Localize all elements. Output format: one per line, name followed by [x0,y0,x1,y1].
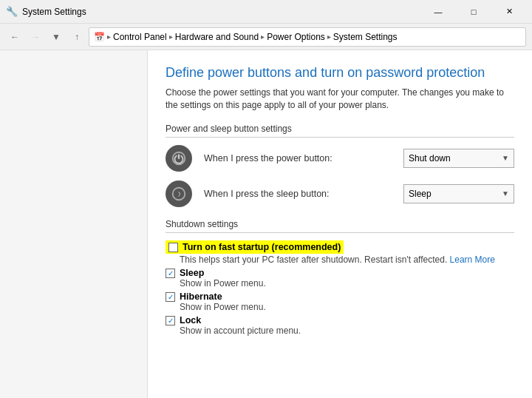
close-button[interactable]: ✕ [492,0,526,24]
sleep-label: Sleep [180,268,204,278]
breadcrumb-control-panel[interactable]: Control Panel [113,32,167,42]
hibernate-checkbox[interactable] [166,292,175,302]
section1-header: Power and sleep button settings [166,124,514,138]
power-button-label: When I press the power button: [204,153,392,163]
sleep-group: Sleep Show in Power menu. [166,268,514,289]
hibernate-desc: Show in Power menu. [180,302,514,312]
main-layout: Define power buttons and turn on passwor… [0,50,532,398]
svg-point-1 [173,187,185,200]
fast-startup-checkbox[interactable] [168,243,178,252]
hibernate-group: Hibernate Show in Power menu. [166,291,514,312]
sleep-button-dropdown[interactable]: Sleep ▼ [403,184,514,203]
breadcrumb-system-settings: System Settings [333,32,398,42]
title-bar: 🔧 System Settings — □ ✕ [0,0,532,24]
page-description: Choose the power settings that you want … [166,87,514,112]
section2-header: Shutdown settings [166,219,514,233]
breadcrumb-hardware-sound[interactable]: Hardware and Sound [175,32,259,42]
address-bar: ← → ▼ ↑ 📅 ▸ Control Panel ▸ Hardware and… [0,24,532,50]
lock-label: Lock [180,315,201,326]
sleep-dropdown-arrow: ▼ [502,189,509,198]
power-button-icon [166,145,192,172]
app-icon: 🔧 [6,6,18,18]
page-title: Define power buttons and turn on passwor… [166,65,514,81]
maximize-button[interactable]: □ [457,0,491,24]
lock-group: Lock Show in account picture menu. [166,315,514,336]
minimize-button[interactable]: — [421,0,455,24]
power-button-value: Shut down [409,153,451,163]
content-area: Define power buttons and turn on passwor… [148,50,532,398]
back-button[interactable]: ← [6,28,24,46]
lock-checkbox-wrapper: Lock [166,315,514,326]
learn-more-link[interactable]: Learn More [450,254,495,265]
breadcrumb-icon: 📅 [94,32,105,42]
sleep-button-label: When I press the sleep button: [204,189,392,199]
sidebar [0,50,148,398]
lock-checkbox[interactable] [166,316,175,326]
sleep-button-setting: When I press the sleep button: Sleep ▼ [166,181,514,207]
fast-startup-label: Turn on fast startup (recommended) [183,242,341,252]
power-button-dropdown[interactable]: Shut down ▼ [403,149,514,168]
power-button-setting: When I press the power button: Shut down… [166,145,514,172]
fast-startup-group: Turn on fast startup (recommended) This … [166,240,514,265]
lock-desc: Show in account picture menu. [180,326,514,336]
window-controls: — □ ✕ [421,0,526,24]
shutdown-section: Shutdown settings Turn on fast startup (… [166,219,514,336]
sleep-button-icon [166,181,192,207]
hibernate-label: Hibernate [180,291,222,302]
breadcrumb-power-options[interactable]: Power Options [267,32,325,42]
hibernate-checkbox-wrapper: Hibernate [166,291,514,302]
breadcrumb: 📅 ▸ Control Panel ▸ Hardware and Sound ▸… [89,27,526,47]
forward-button[interactable]: → [27,28,44,46]
sleep-checkbox[interactable] [166,269,175,278]
fast-startup-desc: This helps start your PC faster after sh… [180,254,514,265]
power-dropdown-arrow: ▼ [502,154,509,162]
sleep-button-value: Sleep [409,189,432,199]
title-bar-text: System Settings [22,7,86,17]
sleep-desc: Show in Power menu. [180,278,514,289]
fast-startup-highlight: Turn on fast startup (recommended) [166,240,344,254]
up-button[interactable]: ↑ [68,28,86,46]
sleep-checkbox-wrapper: Sleep [166,268,514,278]
recent-pages-button[interactable]: ▼ [47,28,65,46]
